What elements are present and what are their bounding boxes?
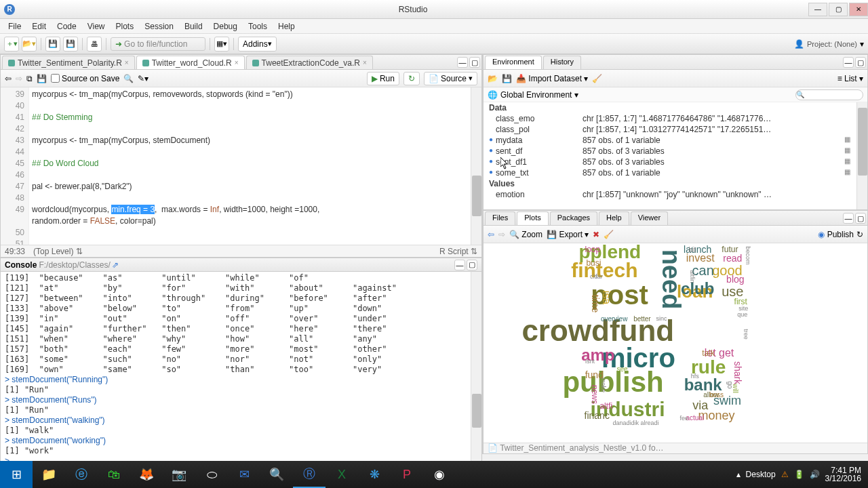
source-on-save-checkbox[interactable]: Source on Save — [51, 74, 119, 83]
volume-icon[interactable]: 🔊 — [810, 470, 820, 479]
menu-plots[interactable]: Plots — [111, 20, 140, 33]
menu-view[interactable]: View — [82, 20, 111, 33]
file-type[interactable]: R Script ⇅ — [439, 247, 477, 256]
console-scrollbar[interactable] — [471, 272, 481, 468]
show-hidden-icons[interactable]: ▴ — [736, 470, 741, 479]
list-view-button[interactable]: ≡ List ▾ — [837, 74, 863, 83]
view-data-icon[interactable] — [844, 114, 854, 123]
env-row[interactable]: ●mydata857 obs. of 1 variable▦ — [484, 135, 856, 146]
project-selector[interactable]: Project: (None) — [807, 40, 857, 48]
env-row[interactable]: ●sent_df1857 obs. of 3 variables▦ — [484, 157, 856, 167]
tab-environment[interactable]: Environment — [485, 56, 542, 69]
clear-workspace-icon[interactable]: 🧹 — [592, 74, 602, 83]
chrome-icon[interactable]: ◉ — [423, 461, 456, 488]
save-icon[interactable]: 💾 — [37, 74, 47, 83]
ie-icon[interactable]: ⓔ — [65, 461, 98, 488]
menu-build[interactable]: Build — [179, 20, 208, 33]
rstudio-taskbar-icon[interactable]: Ⓡ — [293, 461, 326, 488]
expand-icon[interactable] — [486, 114, 496, 123]
hp-icon[interactable]: ⬭ — [195, 461, 228, 488]
tray-icon[interactable]: ⚠ — [781, 470, 789, 479]
import-dataset-button[interactable]: 📥 Import Dataset ▾ — [516, 74, 588, 83]
publish-button[interactable]: Publish — [827, 230, 854, 239]
search-app-icon[interactable]: 🔍 — [260, 461, 293, 488]
file-explorer-icon[interactable]: 📁 — [33, 461, 65, 488]
expand-icon[interactable]: ● — [486, 157, 496, 167]
view-data-icon[interactable]: ▦ — [844, 168, 854, 178]
forward-icon[interactable]: ⇨ — [16, 74, 22, 83]
env-row[interactable]: class_polchr [1:857, 1:4] "1.03127774142… — [484, 124, 856, 135]
close-icon[interactable]: × — [235, 59, 239, 66]
save-all-button[interactable]: 💾 — [63, 37, 78, 52]
editor-scrollbar[interactable] — [471, 87, 481, 245]
print-button[interactable]: 🖶 — [87, 37, 102, 52]
camera-icon[interactable]: 📷 — [163, 461, 195, 488]
load-workspace-icon[interactable]: 📂 — [488, 74, 498, 83]
menu-edit[interactable]: Edit — [26, 20, 52, 33]
pane-maximize-button[interactable]: ▢ — [855, 57, 866, 68]
pane-minimize-button[interactable]: — — [843, 57, 854, 68]
env-scrollbar[interactable] — [856, 102, 867, 209]
skype-icon[interactable]: ❋ — [358, 461, 391, 488]
pane-maximize-button[interactable]: ▢ — [467, 260, 477, 270]
powerpoint-icon[interactable]: P — [391, 461, 423, 488]
pane-minimize-button[interactable]: — — [454, 260, 465, 270]
run-button[interactable]: ▶Run — [367, 72, 399, 85]
store-icon[interactable]: 🛍 — [98, 461, 130, 488]
show-in-new-window-icon[interactable]: ⧉ — [26, 74, 33, 83]
env-row[interactable]: ●sent_df857 obs. of 3 variables▦ — [484, 146, 856, 157]
rerun-button[interactable]: ↻ — [403, 72, 420, 85]
view-data-icon[interactable]: ▦ — [844, 136, 854, 145]
battery-icon[interactable]: 🔋 — [794, 470, 804, 479]
expand-icon[interactable]: ● — [486, 168, 496, 178]
grid-toolbar-button[interactable]: ▦▾ — [214, 37, 229, 52]
code-content[interactable]: mycorpus <- tm_map(myCorpus, removewords… — [29, 87, 471, 245]
open-file-button[interactable]: 📂▾ — [22, 37, 37, 52]
expand-icon[interactable]: ● — [486, 136, 496, 145]
expand-icon[interactable]: ● — [486, 146, 496, 156]
pane-minimize-button[interactable]: — — [457, 57, 468, 68]
tab-plots[interactable]: Plots — [517, 211, 548, 225]
menu-help[interactable]: Help — [273, 20, 300, 33]
pane-maximize-button[interactable]: ▢ — [469, 57, 480, 68]
close-icon[interactable]: × — [125, 59, 129, 66]
plot-prev-icon[interactable]: ⇦ — [488, 230, 494, 239]
firefox-icon[interactable]: 🦊 — [130, 461, 163, 488]
pane-minimize-button[interactable]: — — [843, 213, 854, 224]
console-output[interactable]: [119] "because" "as" "until" "while" "of… — [1, 272, 471, 468]
tab-history[interactable]: History — [543, 56, 581, 69]
plot-next-icon[interactable]: ⇨ — [498, 230, 505, 239]
clear-plots-icon[interactable]: 🧹 — [604, 230, 614, 239]
source-button[interactable]: 📄Source ▾ — [424, 72, 477, 85]
view-data-icon[interactable] — [844, 125, 854, 134]
wand-icon[interactable]: ✎▾ — [138, 74, 149, 83]
menu-session[interactable]: Session — [139, 20, 179, 33]
view-data-icon[interactable]: ▦ — [844, 157, 854, 167]
remove-plot-icon[interactable]: ✖ — [593, 230, 599, 239]
minimize-button[interactable]: — — [808, 3, 827, 16]
env-row[interactable]: ●some_txt857 obs. of 1 variable▦ — [484, 167, 856, 178]
menu-code[interactable]: Code — [52, 20, 82, 33]
tab-viewer[interactable]: Viewer — [631, 211, 668, 225]
goto-file-function-input[interactable]: ➜ Go to file/function — [111, 37, 205, 51]
addins-button[interactable]: Addins ▾ — [238, 37, 277, 52]
outlook-icon[interactable]: ✉ — [228, 461, 260, 488]
refresh-icon[interactable]: ↻ — [856, 230, 863, 239]
tab-twitter-wordcloud[interactable]: Twitter_word_Cloud.R× — [136, 56, 245, 69]
tab-twitter-sentiment[interactable]: Twitter_Sentiment_Polarity.R× — [2, 56, 135, 69]
env-row[interactable]: emotion chr [1:857] "unknown" "joy" "unk… — [484, 189, 856, 200]
console-path-icon[interactable]: ⇗ — [112, 260, 119, 270]
save-workspace-icon[interactable]: 💾 — [502, 74, 512, 83]
tab-tweet-extraction[interactable]: TweetExtractionCode_va.R× — [246, 56, 373, 69]
menu-debug[interactable]: Debug — [208, 20, 243, 33]
zoom-button[interactable]: 🔍 Zoom — [509, 230, 542, 239]
expand-icon[interactable] — [486, 125, 496, 134]
env-search-input[interactable] — [795, 89, 863, 100]
project-dropdown-icon[interactable]: ▾ — [860, 39, 864, 49]
back-icon[interactable]: ⇦ — [5, 74, 12, 83]
view-data-icon[interactable]: ▦ — [844, 146, 854, 156]
menu-file[interactable]: File — [3, 20, 26, 33]
tab-packages[interactable]: Packages — [550, 211, 597, 225]
export-button[interactable]: 💾 Export ▾ — [547, 230, 589, 239]
tab-help[interactable]: Help — [599, 211, 629, 225]
